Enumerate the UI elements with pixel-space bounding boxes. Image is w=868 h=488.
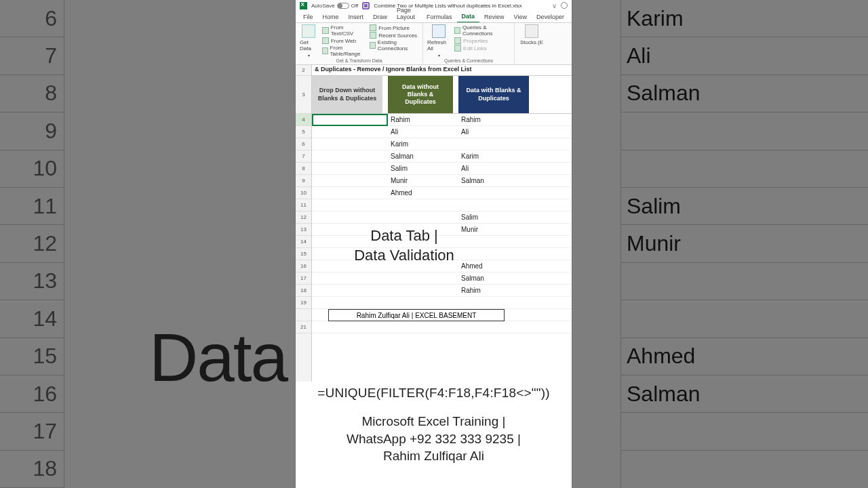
cell[interactable]	[388, 297, 458, 308]
cell[interactable]: Salman	[388, 150, 458, 162]
row-header[interactable]: 9	[296, 175, 311, 187]
cell[interactable]: Ali	[458, 163, 529, 174]
cell[interactable]	[458, 297, 529, 308]
row-header[interactable]: 18	[296, 285, 311, 297]
cell[interactable]	[312, 114, 388, 125]
tab-view[interactable]: View	[509, 12, 532, 22]
cell[interactable]: Rahim	[458, 114, 529, 125]
save-icon[interactable]	[362, 2, 370, 9]
cell[interactable]: Salman	[458, 175, 529, 186]
cell[interactable]	[388, 199, 458, 211]
tab-file[interactable]: File	[298, 12, 318, 22]
tab-formulas[interactable]: Formulas	[422, 12, 457, 22]
row-header[interactable]: 17	[296, 272, 311, 285]
ribbon-cmd-from-picture[interactable]: From Picture	[370, 24, 420, 31]
ribbon-cmd-icon	[322, 37, 329, 44]
row-header[interactable]: 12	[296, 211, 311, 224]
tab-insert[interactable]: Insert	[344, 12, 369, 22]
row-header[interactable]	[296, 309, 311, 321]
data-row[interactable]: SalimAli	[312, 163, 572, 175]
cell[interactable]	[312, 138, 388, 150]
cell[interactable]	[312, 199, 388, 211]
cell[interactable]: Rahim	[458, 285, 529, 296]
toggle-switch-icon[interactable]	[337, 3, 349, 9]
cell[interactable]	[312, 175, 388, 186]
data-row[interactable]: AliAli	[312, 126, 572, 138]
search-icon[interactable]	[561, 2, 568, 9]
cell[interactable]	[458, 199, 529, 211]
row-header[interactable]: 4	[296, 114, 311, 126]
row-header[interactable]: 3	[296, 76, 311, 114]
row-header[interactable]: 14	[296, 236, 311, 248]
row-header[interactable]: 16	[296, 260, 311, 272]
tab-review[interactable]: Review	[479, 12, 509, 22]
cell[interactable]: Rahim	[388, 114, 458, 125]
cell[interactable]	[312, 150, 388, 162]
ribbon-cmd-queries-connections[interactable]: Queries & Connections	[454, 24, 511, 37]
cell[interactable]: Salman	[458, 272, 529, 284]
row-header[interactable]: 11	[296, 199, 311, 211]
stocks-label: Stocks (E	[520, 39, 543, 45]
data-row[interactable]	[312, 321, 572, 333]
cell[interactable]: Ali	[388, 126, 458, 138]
data-row[interactable]: Rahim	[312, 285, 572, 297]
cell[interactable]: Ali	[458, 126, 529, 138]
row-header[interactable]: 19	[296, 297, 311, 309]
cell[interactable]: Salim	[458, 211, 529, 223]
cell[interactable]	[312, 211, 388, 223]
ribbon-cmd-from-table-range[interactable]: From Table/Range	[322, 45, 367, 57]
cell[interactable]	[312, 126, 388, 138]
row2-title: & Duplicates - Remove / Ignore Blanks fr…	[312, 65, 572, 76]
data-row[interactable]: SalmanKarim	[312, 150, 572, 163]
data-row[interactable]: MunirSalman	[312, 175, 572, 187]
data-row[interactable]: Salim	[312, 211, 572, 224]
tab-data[interactable]: Data	[457, 12, 480, 22]
data-row[interactable]: Salman	[312, 272, 572, 285]
cell[interactable]	[312, 285, 388, 296]
cell[interactable]: Ahmed	[388, 187, 458, 199]
data-row[interactable]: Karim	[312, 138, 572, 150]
ribbon-cmd-recent-sources[interactable]: Recent Sources	[370, 32, 420, 39]
cell[interactable]	[388, 285, 458, 296]
cell[interactable]	[312, 163, 388, 174]
stocks-button[interactable]: Stocks (E	[517, 24, 546, 45]
ribbon-cmd-from-text-csv[interactable]: From Text/CSV	[322, 24, 367, 37]
data-row[interactable]: RahimRahim	[312, 114, 572, 126]
ribbon-cmd-icon	[322, 27, 329, 34]
cell[interactable]	[458, 138, 529, 150]
data-row[interactable]	[312, 297, 572, 309]
get-data-icon	[302, 24, 315, 38]
tab-home[interactable]: Home	[318, 12, 344, 22]
row-header[interactable]: 21	[296, 321, 311, 333]
row-header[interactable]: 6	[296, 138, 311, 150]
tab-developer[interactable]: Developer	[532, 12, 569, 22]
refresh-all-button[interactable]: Refresh All ▾	[426, 24, 452, 58]
cell[interactable]: Munir	[388, 175, 458, 186]
tab-page-layout[interactable]: Page Layout	[392, 5, 422, 22]
row-header[interactable]: 13	[296, 224, 311, 236]
cell[interactable]	[312, 297, 388, 308]
row-header[interactable]: 15	[296, 248, 311, 260]
row-header[interactable]: 8	[296, 163, 311, 175]
autosave-toggle[interactable]: AutoSave Off	[311, 3, 358, 9]
get-data-button[interactable]: Get Data ▾	[298, 24, 319, 58]
row-header[interactable]: 5	[296, 126, 311, 138]
ribbon-cmd-from-web[interactable]: From Web	[322, 37, 367, 44]
row-header[interactable]: 10	[296, 187, 311, 199]
data-row[interactable]: Ahmed	[312, 187, 572, 199]
cell[interactable]	[312, 272, 388, 284]
cell[interactable]	[388, 272, 458, 284]
ribbon-cmd-existing-connections[interactable]: Existing Connections	[370, 39, 420, 52]
row-header[interactable]: 7	[296, 150, 311, 163]
cell[interactable]	[388, 211, 458, 223]
data-row[interactable]	[312, 199, 572, 211]
cell[interactable]: Salim	[388, 163, 458, 174]
cell[interactable]: Karim	[388, 138, 458, 150]
ribbon-cmd-label: Existing Connections	[378, 39, 420, 52]
row-header[interactable]: 2	[296, 65, 311, 76]
tab-draw[interactable]: Draw	[368, 12, 392, 22]
cell[interactable]: Karim	[458, 150, 529, 162]
cell[interactable]	[312, 187, 388, 199]
ribbon-cmd-label: From Table/Range	[330, 45, 368, 57]
cell[interactable]	[458, 187, 529, 199]
